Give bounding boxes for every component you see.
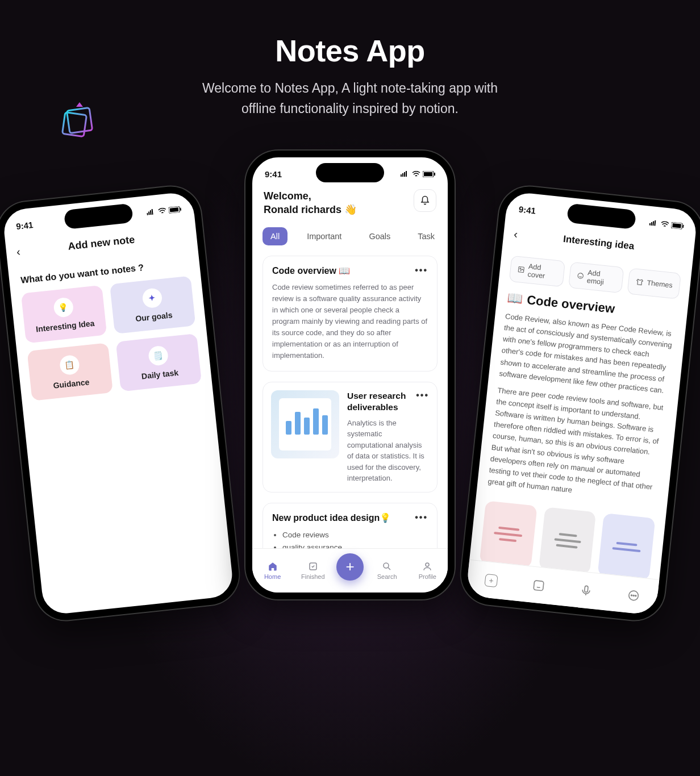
note-card-user-research[interactable]: User research deliverables ••• Analytics… (262, 382, 438, 493)
svg-rect-25 (682, 224, 684, 227)
status-indicators (649, 219, 684, 229)
document-paragraph: There are peer code review tools and sof… (488, 385, 668, 505)
svg-rect-0 (66, 107, 92, 133)
book-emoji-icon: 📖 (506, 290, 523, 307)
svg-rect-14 (424, 172, 432, 176)
svg-point-34 (635, 595, 636, 596)
svg-rect-30 (585, 586, 589, 593)
nav-search[interactable]: Search (370, 561, 404, 580)
more-button[interactable]: ••• (415, 512, 428, 523)
clock: 9:41 (16, 219, 34, 231)
add-note-fab[interactable]: + (336, 553, 364, 581)
svg-rect-7 (170, 207, 179, 212)
welcome-text: Welcome, Ronald richards 👋 (264, 189, 357, 217)
search-icon (382, 561, 392, 571)
mockup-add-note-screen: 9:41 ‹ Add new note What do you want to … (0, 183, 242, 623)
tab-task[interactable]: Task (410, 227, 438, 245)
svg-rect-2 (147, 213, 148, 215)
mic-icon[interactable] (580, 583, 593, 597)
svg-point-33 (633, 595, 634, 596)
sticker-icon[interactable] (532, 578, 545, 592)
template-option[interactable] (539, 507, 597, 574)
note-title: New product idea design💡 (272, 512, 391, 523)
clipboard-icon: 📋 (59, 354, 80, 376)
filter-tabs: All Important Goals Task Produc (262, 227, 438, 245)
page-title: Notes App (0, 0, 700, 68)
svg-rect-3 (148, 211, 150, 215)
svg-rect-26 (518, 266, 524, 272)
page-subtitle: Welcome to Notes App, A light note-takin… (0, 78, 700, 119)
add-block-button[interactable]: + (484, 573, 498, 587)
category-label: Our goals (135, 310, 173, 323)
clock: 9:41 (265, 169, 282, 179)
wifi-icon (157, 207, 166, 215)
bell-icon (420, 195, 430, 206)
svg-rect-20 (651, 222, 652, 226)
svg-rect-12 (406, 171, 407, 177)
template-option[interactable] (598, 513, 656, 581)
more-button[interactable]: ••• (416, 390, 429, 413)
svg-rect-11 (404, 172, 405, 177)
svg-rect-9 (401, 174, 402, 177)
add-cover-button[interactable]: Add cover (509, 256, 565, 287)
document-paragraph: Code Review, also known as Peer Code Rev… (499, 311, 676, 397)
more-horizontal-icon[interactable] (627, 589, 640, 602)
category-daily-task[interactable]: 🗒️ Daily task (116, 333, 202, 391)
status-indicators (401, 171, 435, 177)
category-label: Guidance (53, 377, 90, 390)
svg-rect-10 (402, 173, 403, 177)
home-icon (268, 561, 278, 571)
svg-point-32 (631, 594, 632, 595)
svg-rect-24 (672, 223, 681, 228)
status-indicators (147, 206, 182, 215)
category-guidance[interactable]: 📋 Guidance (27, 343, 113, 400)
mockup-home-screen: 9:41 Welcome, Ronald richards 👋 All Impo… (245, 151, 455, 599)
template-option[interactable] (480, 500, 538, 568)
note-title: User research deliverables (347, 390, 416, 413)
screen-title: Add new note (68, 233, 136, 252)
shirt-icon (635, 278, 644, 286)
back-button[interactable]: ‹ (513, 227, 518, 241)
device-notch (316, 163, 384, 182)
category-label: Interesting Idea (35, 319, 95, 334)
category-label: Daily task (141, 368, 179, 381)
checklist-icon: 🗒️ (147, 345, 168, 366)
category-our-goals[interactable]: ✦ Our goals (110, 276, 195, 333)
svg-point-27 (520, 268, 521, 269)
svg-rect-19 (649, 223, 650, 226)
note-thumbnail (271, 390, 339, 458)
sparkle-icon: ✦ (141, 287, 163, 308)
user-icon (422, 561, 432, 571)
svg-rect-22 (654, 220, 656, 226)
tab-important[interactable]: Important (299, 227, 349, 245)
svg-point-17 (384, 563, 389, 568)
svg-rect-15 (434, 173, 435, 176)
mockup-note-detail-screen: 9:41 ‹ Interesting idea Add cover Add em… (458, 183, 700, 623)
back-button[interactable]: ‹ (16, 245, 21, 258)
note-preview: Analytics is the systematic computationa… (347, 418, 429, 484)
svg-rect-5 (152, 209, 153, 215)
smile-icon (576, 272, 584, 280)
svg-rect-29 (534, 580, 544, 590)
nav-profile[interactable]: Profile (410, 561, 444, 580)
notes-logo-icon (57, 97, 102, 142)
lightbulb-icon: 💡 (53, 297, 74, 318)
tab-goals[interactable]: Goals (361, 227, 398, 245)
more-button[interactable]: ••• (415, 265, 428, 276)
nav-finished[interactable]: Finished (296, 561, 330, 580)
note-card-code-overview[interactable]: Code overview 📖 ••• Code review sometime… (262, 256, 438, 372)
note-title: Code overview 📖 (272, 265, 350, 276)
tab-all[interactable]: All (262, 227, 288, 245)
check-square-icon (308, 561, 318, 571)
svg-point-28 (577, 273, 583, 278)
bottom-nav: Home Finished + Search Profile (252, 548, 448, 593)
add-emoji-button[interactable]: Add emoji (568, 262, 624, 294)
themes-button[interactable]: Themes (627, 268, 681, 299)
clock: 9:41 (518, 204, 536, 215)
nav-home[interactable]: Home (256, 561, 290, 580)
category-interesting-idea[interactable]: 💡 Interesting Idea (21, 285, 107, 343)
svg-rect-8 (180, 207, 182, 210)
screen-title: Interesting idea (562, 233, 635, 252)
notifications-button[interactable] (414, 189, 436, 212)
note-preview: Code review sometimes referred to as pee… (272, 282, 428, 362)
